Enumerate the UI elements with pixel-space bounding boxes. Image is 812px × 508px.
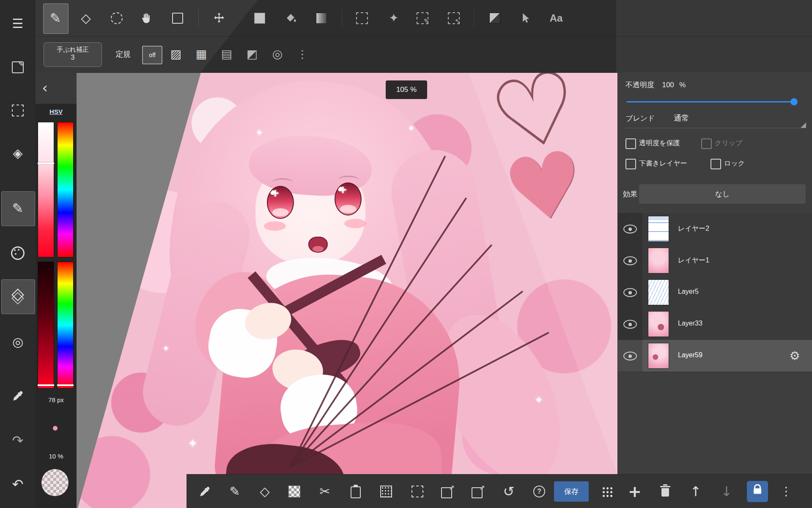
sparkle-icon: ✦: [408, 123, 415, 133]
add-layer-icon[interactable]: +: [628, 483, 642, 500]
eye-icon[interactable]: [623, 352, 637, 361]
layer-lock-button[interactable]: [747, 481, 768, 502]
layer-thumbnail[interactable]: [648, 312, 669, 337]
scissors-icon[interactable]: ✂: [319, 485, 330, 498]
ruler-perspective-icon[interactable]: ▤: [221, 48, 232, 60]
value-marker: [38, 384, 54, 386]
effect-label: 効果: [623, 189, 637, 199]
layer-visibility-cell[interactable]: [618, 245, 642, 276]
lasso-eraser-tool-icon[interactable]: [111, 12, 123, 24]
text-tool-icon[interactable]: Aa: [550, 13, 563, 23]
layer-thumbnail[interactable]: [648, 343, 669, 368]
eye-icon[interactable]: [623, 288, 637, 297]
brush-size-slider-dot[interactable]: [53, 426, 58, 431]
ruler-off-label: off: [149, 52, 155, 58]
hand-tool-icon[interactable]: [140, 12, 151, 24]
transform-tool-icon[interactable]: [213, 12, 225, 24]
help-glyph: ?: [537, 488, 541, 495]
layer-thumbnail[interactable]: [648, 216, 669, 241]
layer-visibility-cell[interactable]: [618, 308, 642, 340]
character-mouth: [308, 237, 328, 253]
save-button[interactable]: 保存: [554, 481, 589, 502]
fill-bucket-tool-icon[interactable]: [285, 12, 297, 24]
hue-strip[interactable]: [57, 122, 74, 257]
magic-wand-tool-icon[interactable]: ✦: [389, 12, 398, 24]
eye-icon[interactable]: [623, 257, 637, 265]
select-tool-icon[interactable]: [12, 105, 24, 116]
color-panel-collapse-bar[interactable]: ‹: [36, 72, 77, 104]
layer-row[interactable]: Layer5: [618, 276, 812, 309]
ruler-parallel-icon[interactable]: ▨: [170, 48, 181, 60]
ruler-diagonal-icon[interactable]: ◩: [247, 48, 258, 60]
eyedropper-icon[interactable]: [199, 486, 211, 497]
ruler-concentric-icon[interactable]: ◎: [272, 48, 283, 60]
zoom-level-badge: 105 %: [386, 80, 427, 99]
value-strip[interactable]: [38, 262, 54, 389]
foreground-color-swatch[interactable]: [254, 13, 265, 24]
draft-layer-checkbox[interactable]: [625, 159, 636, 169]
hue-strip-2[interactable]: [57, 262, 74, 389]
gradient-tool-icon[interactable]: [316, 13, 327, 24]
layer-opacity-slider-knob[interactable]: [790, 98, 798, 105]
cursor-tool-icon[interactable]: [519, 12, 531, 24]
eye-icon[interactable]: [623, 320, 637, 329]
eyedropper-icon[interactable]: [12, 390, 24, 402]
screentone-pattern-icon[interactable]: [380, 486, 392, 497]
eraser-tool-icon[interactable]: ◇: [260, 485, 269, 498]
stabilizer-button[interactable]: 手ぶれ補正 3: [44, 42, 102, 67]
layer-move-up-icon[interactable]: ↑: [690, 485, 702, 498]
layer-row-selected[interactable]: Layer59 ⚙: [618, 340, 812, 372]
layer-visibility-cell[interactable]: [618, 340, 642, 372]
paste-clipboard-icon[interactable]: [351, 486, 361, 498]
transparent-color-icon[interactable]: [288, 486, 300, 497]
effect-button[interactable]: なし: [639, 184, 806, 204]
layer-visibility-cell[interactable]: [618, 276, 642, 308]
redo-share-icon[interactable]: ↷: [12, 434, 24, 447]
eye-icon[interactable]: [623, 225, 637, 234]
rotate-canvas-icon[interactable]: ◈: [13, 147, 22, 160]
ruler-off-button[interactable]: off: [142, 46, 162, 64]
brush-preview-circle: [41, 469, 69, 496]
divide-canvas-icon[interactable]: [489, 13, 500, 24]
shape-tool-icon[interactable]: [172, 13, 183, 24]
undo-icon[interactable]: ↶: [12, 478, 24, 491]
eye-gloss: [272, 208, 288, 216]
layer-row[interactable]: レイヤー1: [618, 245, 812, 277]
eraser-tool-icon[interactable]: ◇: [81, 12, 91, 25]
layer-thumbnail[interactable]: [648, 280, 669, 305]
blend-mode-row[interactable]: ブレンド 通常: [625, 113, 806, 127]
color-mode-label[interactable]: HSV: [36, 108, 77, 115]
lock-icon: [754, 488, 761, 494]
layer-move-down-icon[interactable]: ↓: [721, 485, 732, 498]
ruler-grid-icon[interactable]: ▦: [196, 48, 207, 60]
menu-icon[interactable]: ☰: [12, 17, 24, 30]
reset-view-icon[interactable]: ↺: [503, 485, 515, 498]
left-sidebar: ☰ ✎ ◈ ✎ ◎ ↷ ↶: [0, 0, 36, 508]
delete-layer-icon[interactable]: [661, 488, 669, 497]
layer-visibility-cell[interactable]: [618, 213, 642, 245]
paint-app-window: + + ♡ ♥: [0, 0, 812, 508]
brush-tool-icon[interactable]: ✎: [229, 485, 240, 498]
help-icon[interactable]: ?: [533, 486, 545, 497]
brush-tool-icon[interactable]: ✎: [50, 11, 61, 25]
layer-opacity-value: 100: [662, 81, 674, 89]
saturation-marker: [38, 163, 54, 164]
grid-toggle-icon[interactable]: [601, 486, 612, 497]
select-area-icon[interactable]: [411, 486, 423, 497]
layer-opacity-slider-track[interactable]: [626, 101, 797, 102]
layer-thumbnail[interactable]: [648, 248, 669, 273]
ruler-more-options-icon[interactable]: ⋮: [297, 49, 308, 60]
lock-checkbox[interactable]: [710, 159, 721, 169]
more-options-icon[interactable]: ⋮: [780, 486, 792, 497]
layer-row[interactable]: レイヤー2: [618, 213, 812, 245]
zoom-level-text: 105 %: [396, 86, 417, 94]
layers-icon[interactable]: [11, 290, 24, 303]
brush-tool-icon[interactable]: ✎: [12, 202, 24, 215]
layer-settings-gear-icon[interactable]: ⚙: [789, 350, 800, 362]
protect-alpha-checkbox[interactable]: [625, 138, 636, 149]
saturation-strip[interactable]: [38, 122, 54, 257]
select-rectangle-tool-icon[interactable]: [356, 12, 368, 24]
cursor-target-icon[interactable]: ◎: [12, 336, 23, 348]
palette-icon[interactable]: [11, 246, 25, 260]
layer-row[interactable]: Layer33: [618, 308, 812, 340]
